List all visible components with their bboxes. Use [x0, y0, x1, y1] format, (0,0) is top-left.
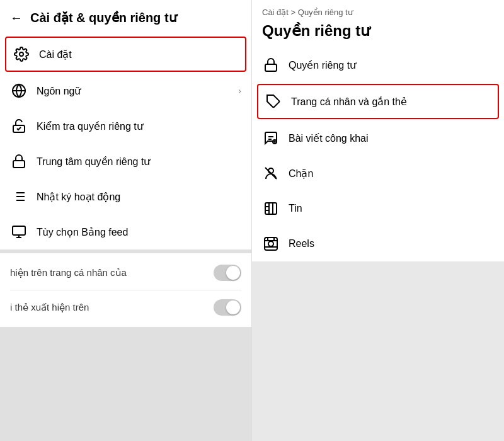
right-panel: Cài đặt > Quyền riêng tư Quyền riêng tư …: [252, 0, 504, 441]
svg-point-29: [268, 241, 273, 246]
reels-label: Reels: [289, 238, 314, 249]
public-post-icon: [262, 129, 280, 147]
lock-check-icon: [10, 117, 28, 135]
chevron-right-icon: ›: [238, 86, 241, 96]
ngon-ngu-label: Ngôn ngữ: [37, 85, 229, 97]
feed-icon: [10, 223, 28, 241]
lock-icon: [10, 152, 28, 170]
menu-item-tuy-chon[interactable]: Tùy chọn Bảng feed: [0, 214, 251, 249]
kiem-tra-label: Kiểm tra quyền riêng tư: [37, 120, 241, 132]
tin-label: Tin: [289, 203, 302, 214]
right-panel-title: Quyền riêng tư: [252, 20, 504, 47]
block-icon: [262, 164, 280, 182]
chan-label: Chặn: [289, 168, 313, 180]
reels-icon: [262, 235, 280, 253]
trang-ca-nhan-label: Trang cá nhân và gắn thẻ: [291, 96, 407, 108]
menu-item-trung-tam[interactable]: Trung tâm quyền riêng tư: [0, 144, 251, 179]
globe-icon: [10, 82, 28, 100]
svg-rect-14: [265, 64, 277, 71]
tuy-chon-label: Tùy chọn Bảng feed: [37, 226, 241, 238]
right-menu-item-bai-viet[interactable]: Bài viết công khai: [252, 120, 504, 156]
right-menu-item-tin[interactable]: Tin: [252, 191, 504, 226]
toggle-1[interactable]: [214, 265, 241, 281]
toggle-2[interactable]: [214, 299, 241, 316]
menu-item-ngon-ngu[interactable]: Ngôn ngữ ›: [0, 73, 251, 108]
gear-icon: [13, 45, 30, 63]
right-menu-item-quyen-rieng-tu[interactable]: Quyền riêng tư: [252, 47, 504, 83]
back-button[interactable]: ←: [10, 11, 23, 25]
toggle-row-2: i thẻ xuất hiện trên: [10, 293, 241, 322]
nhat-ky-label: Nhật ký hoạt động: [37, 191, 241, 203]
toggle-1-label: hiện trên trang cá nhân của: [10, 267, 214, 278]
left-panel: ← Cài đặt & quyền riêng tư Cài đặt Ngôn …: [0, 0, 252, 441]
toggle-row-1: hiện trên trang cá nhân của: [10, 258, 241, 287]
left-header: ← Cài đặt & quyền riêng tư: [0, 0, 251, 35]
breadcrumb: Cài đặt > Quyền riêng tư: [252, 0, 504, 20]
tag-icon: [265, 93, 282, 110]
svg-rect-4: [13, 161, 25, 168]
toggle-2-label: i thẻ xuất hiện trên: [10, 302, 214, 313]
right-bottom-bg: [252, 261, 504, 441]
left-panel-title: Cài đặt & quyền riêng tư: [30, 10, 177, 25]
right-menu-item-reels[interactable]: Reels: [252, 226, 504, 261]
svg-rect-23: [265, 203, 277, 214]
quyen-rieng-tu-label: Quyền riêng tư: [289, 59, 356, 71]
svg-rect-11: [13, 226, 25, 235]
right-lock-icon: [262, 56, 280, 74]
cai-dat-label: Cài đặt: [39, 49, 239, 60]
right-menu-item-trang-ca-nhan[interactable]: Trang cá nhân và gắn thẻ: [257, 84, 499, 119]
menu-item-nhat-ky[interactable]: Nhật ký hoạt động: [0, 179, 251, 214]
left-bottom-section: hiện trên trang cá nhân của i thẻ xuất h…: [0, 249, 251, 441]
bai-viet-label: Bài viết công khai: [289, 132, 369, 144]
menu-item-kiem-tra[interactable]: Kiểm tra quyền riêng tư: [0, 108, 251, 144]
trung-tam-label: Trung tâm quyền riêng tư: [37, 156, 241, 168]
right-menu-item-chan[interactable]: Chặn: [252, 156, 504, 191]
story-icon: [262, 200, 280, 217]
svg-line-22: [265, 168, 277, 179]
list-icon: [10, 188, 28, 205]
svg-point-0: [20, 52, 23, 56]
menu-item-cai-dat[interactable]: Cài đặt: [5, 37, 246, 72]
svg-rect-28: [265, 238, 277, 250]
